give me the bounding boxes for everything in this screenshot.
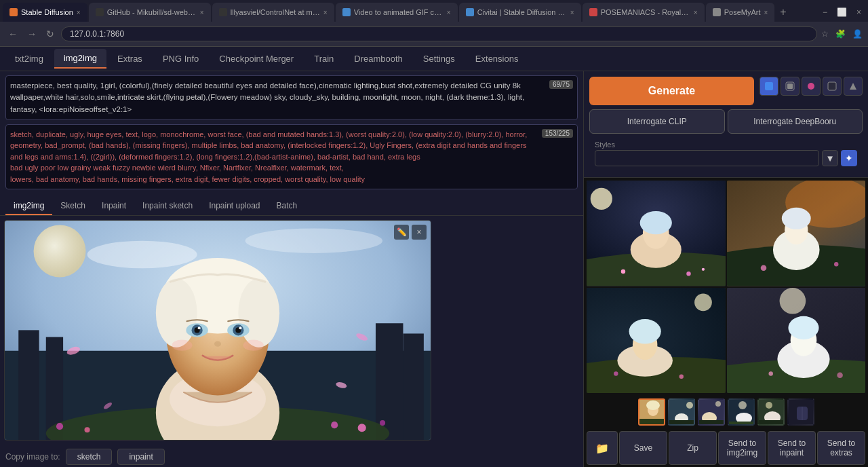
maximize-button[interactable]: ⬜ xyxy=(833,7,851,17)
back-button[interactable]: ← xyxy=(5,27,20,41)
folder-button[interactable]: 📁 xyxy=(587,431,618,465)
nav-tab-dreambooth[interactable]: Dreambooth xyxy=(344,50,412,68)
tab-title-2: lllyasviel/ControlNet at main xyxy=(231,8,320,16)
tab-title-5: POSEMANIACS - Royalty free 3... xyxy=(601,8,690,16)
nav-tab-checkpoint[interactable]: Checkpoint Merger xyxy=(210,50,303,68)
svg-point-47 xyxy=(621,269,625,274)
browser-tab-4[interactable]: Civitai | Stable Diffusion models... × xyxy=(459,3,581,22)
browser-tab-2[interactable]: lllyasviel/ControlNet at main × xyxy=(212,3,334,22)
styles-input-row: ▼ ✦ xyxy=(589,150,863,172)
thumbnail-1[interactable] xyxy=(668,398,695,426)
profile-icon[interactable]: 👤 xyxy=(852,29,863,39)
save-button[interactable]: Save xyxy=(619,431,667,465)
tab-close-6[interactable]: × xyxy=(764,9,768,16)
gen-image-cell-0[interactable] xyxy=(587,181,726,286)
copy-to-inpaint-button[interactable]: inpaint xyxy=(117,449,164,465)
tab-favicon-5 xyxy=(589,8,597,16)
bookmark-icon[interactable]: ☆ xyxy=(821,29,829,39)
sub-tab-inpaint[interactable]: Inpaint xyxy=(94,198,134,215)
thumbnail-5[interactable] xyxy=(787,398,814,426)
clear-image-button[interactable]: × xyxy=(412,225,427,240)
browser-tab-6[interactable]: PoseMyArt × xyxy=(706,3,775,22)
browser-tab-5[interactable]: POSEMANIACS - Royalty free 3... × xyxy=(583,3,705,22)
copy-to-sketch-button[interactable]: sketch xyxy=(66,449,113,465)
style-icon-0[interactable] xyxy=(760,77,778,96)
interrogate-deepbooru-button[interactable]: Interrogate DeepBooru xyxy=(728,109,863,134)
tab-title-1: GitHub - Mikubill/sd-webui-co... xyxy=(107,8,197,16)
browser-tab-1[interactable]: GitHub - Mikubill/sd-webui-co... × xyxy=(89,3,211,22)
svg-point-49 xyxy=(702,268,705,271)
send-to-extras-button[interactable]: Send toextras xyxy=(817,431,865,465)
svg-rect-86 xyxy=(729,422,755,426)
minimize-button[interactable]: − xyxy=(818,7,831,17)
action-bar: 📁 Save Zip Send toimg2img Send toinpaint… xyxy=(584,428,868,467)
svg-point-3 xyxy=(245,229,383,253)
thumbnail-3[interactable] xyxy=(728,398,755,426)
styles-dropdown-button[interactable]: ▼ xyxy=(822,150,838,166)
thumbnail-0[interactable] xyxy=(638,398,665,426)
svg-rect-7 xyxy=(376,323,403,440)
nav-tab-train[interactable]: Train xyxy=(304,50,343,68)
zip-button[interactable]: Zip xyxy=(669,431,717,465)
forward-button[interactable]: → xyxy=(24,27,39,41)
positive-token-count: 69/75 xyxy=(549,80,573,89)
sub-tab-inpaint-sketch[interactable]: Inpaint sketch xyxy=(134,198,201,215)
browser-tab-0[interactable]: Stable Diffusion × xyxy=(3,3,87,22)
nav-tab-settings[interactable]: Settings xyxy=(414,50,465,68)
send-to-img2img-button[interactable]: Send toimg2img xyxy=(718,431,766,465)
gen-image-cell-3[interactable] xyxy=(727,288,866,394)
styles-apply-button[interactable]: ✦ xyxy=(841,150,857,166)
upload-zone[interactable]: ✏️ × xyxy=(4,220,431,441)
styles-input[interactable] xyxy=(595,150,819,166)
send-to-inpaint-button[interactable]: Send toinpaint xyxy=(768,431,816,465)
nav-tab-txt2img[interactable]: txt2img xyxy=(5,50,53,68)
image-area: ✏️ × xyxy=(0,216,583,445)
svg-point-70 xyxy=(837,372,843,378)
thumbnail-4[interactable] xyxy=(757,398,785,426)
sub-tab-inpaint-upload[interactable]: Inpaint upload xyxy=(201,198,268,215)
close-window-button[interactable]: × xyxy=(852,7,865,17)
sub-tab-batch[interactable]: Batch xyxy=(269,198,306,215)
nav-tab-pnginfo[interactable]: PNG Info xyxy=(153,50,208,68)
nav-tab-extensions[interactable]: Extensions xyxy=(466,50,528,68)
negative-prompt-box: sketch, duplicate, ugly, huge eyes, text… xyxy=(5,124,578,190)
interrogate-clip-button[interactable]: Interrogate CLIP xyxy=(589,109,725,134)
extensions-icon[interactable]: 🧩 xyxy=(835,29,846,39)
svg-point-48 xyxy=(686,272,690,276)
sub-tabs: img2img Sketch Inpaint Inpaint sketch In… xyxy=(0,198,583,216)
generate-button[interactable]: Generate xyxy=(589,77,754,105)
sub-tab-sketch[interactable]: Sketch xyxy=(52,198,94,215)
tab-favicon-3 xyxy=(342,8,351,16)
tab-close-5[interactable]: × xyxy=(694,9,698,16)
tab-close-4[interactable]: × xyxy=(570,9,574,16)
gen-image-cell-2[interactable] xyxy=(587,288,726,394)
thumbnail-2[interactable] xyxy=(698,398,725,426)
svg-point-88 xyxy=(766,402,772,409)
nav-tab-img2img[interactable]: img2img xyxy=(54,49,106,69)
tab-close-2[interactable]: × xyxy=(323,9,328,16)
gen-image-cell-1[interactable] xyxy=(727,181,866,286)
tab-close-0[interactable]: × xyxy=(77,9,81,16)
style-icon-1[interactable] xyxy=(781,77,800,96)
generated-images-section: × xyxy=(584,178,868,467)
style-icon-3[interactable] xyxy=(823,77,842,96)
new-tab-button[interactable]: + xyxy=(776,6,790,18)
nav-tab-extras[interactable]: Extras xyxy=(108,50,152,68)
style-icon-2[interactable] xyxy=(802,77,821,96)
edit-image-button[interactable]: ✏️ xyxy=(394,225,409,240)
upload-actions: ✏️ × xyxy=(394,225,427,240)
svg-point-31 xyxy=(172,340,192,351)
negative-prompt-text[interactable]: sketch, duplicate, ugly, huge eyes, text… xyxy=(10,129,573,185)
style-icon-4[interactable] xyxy=(844,77,863,96)
folder-icon: 📁 xyxy=(595,442,609,455)
browser-tabs-bar: Stable Diffusion × GitHub - Mikubill/sd-… xyxy=(0,0,868,22)
url-input[interactable] xyxy=(61,26,817,41)
browser-tab-3[interactable]: Video to animated GIF converter × xyxy=(336,3,458,22)
svg-rect-41 xyxy=(828,82,836,90)
tab-close-3[interactable]: × xyxy=(447,9,451,16)
reload-button[interactable]: ↻ xyxy=(43,27,57,41)
positive-prompt-text[interactable]: masterpiece, best quality, 1girl, (color… xyxy=(10,80,573,115)
svg-point-69 xyxy=(768,371,772,375)
sub-tab-img2img[interactable]: img2img xyxy=(5,198,52,215)
tab-close-1[interactable]: × xyxy=(200,9,204,16)
